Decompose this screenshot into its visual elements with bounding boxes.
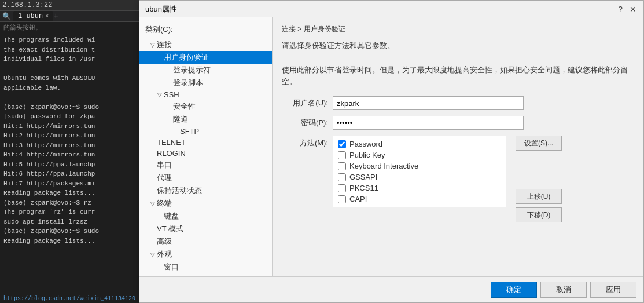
dialog-footer: 确定 取消 应用 <box>139 276 643 302</box>
terminal-line: Hit:4 http://mirrors.tun <box>3 150 138 160</box>
ok-button[interactable]: 确定 <box>491 282 537 298</box>
tree-label-appearance: 外观 <box>157 249 172 260</box>
method-checkbox-password[interactable] <box>338 140 346 148</box>
tree-label-rlogin: RLOGIN <box>157 149 186 158</box>
method-checkbox-gssapi[interactable] <box>338 173 346 181</box>
terminal-line: applicable law. <box>3 83 138 93</box>
close-button[interactable]: ✕ <box>628 5 638 13</box>
tree-item-login-script[interactable]: 登录脚本 <box>139 76 272 89</box>
tree-item-user-auth[interactable]: 用户身份验证 <box>139 51 272 64</box>
password-label: 密码(P): <box>282 118 328 128</box>
desc-line-1: 请选择身份验证方法和其它参数。 <box>282 40 634 52</box>
method-label-keyboard-interactive: Keyboard Interactive <box>349 162 418 170</box>
method-item-pkcs11: PKCS11 <box>338 184 501 192</box>
terminal-tab-1[interactable]: 1 ubun × <box>13 11 53 21</box>
tree-toggle-sftp <box>172 128 180 134</box>
tree-item-appearance[interactable]: ▽ 外观 <box>139 248 272 261</box>
tree-item-terminal[interactable]: ▽ 终端 <box>139 197 272 210</box>
tree-toggle-rlogin <box>149 150 157 156</box>
dialog-title: ubun属性 <box>145 4 177 14</box>
tree-item-advanced[interactable]: 高级 <box>139 235 272 248</box>
tree-toggle-port <box>149 162 157 169</box>
tree-item-ssh[interactable]: ▽ SSH <box>139 89 272 100</box>
tree-label-login-script: 登录脚本 <box>173 78 203 88</box>
method-checkbox-capi[interactable] <box>338 195 346 203</box>
tree-item-proxy[interactable]: 代理 <box>139 171 272 184</box>
tree-toggle-login-prompt <box>165 67 173 74</box>
breadcrumb: 连接 > 用户身份验证 <box>282 24 634 34</box>
tree-label-keyboard: 键盘 <box>164 211 179 221</box>
terminal-add-tab-button[interactable]: + <box>53 12 58 21</box>
search-icon: 🔍 <box>2 12 11 21</box>
tree-label-proxy: 代理 <box>157 173 172 183</box>
terminal-line: [sudo] password for zkpa <box>3 112 138 122</box>
terminal-line: Hit:5 http://ppa.launchp <box>3 160 138 170</box>
tree-toggle-advanced <box>149 239 157 245</box>
tree-label-conn: 连接 <box>157 39 172 50</box>
tree-label-sftp: SFTP <box>180 127 199 136</box>
tree-item-window[interactable]: 窗口 <box>139 261 272 273</box>
tree-label-terminal: 终端 <box>157 198 172 209</box>
method-label-capi: CAPI <box>349 195 367 203</box>
terminal-titlebar: 2.168.1.3:22 <box>0 0 142 11</box>
terminal-line: Reading package lists... <box>3 188 138 198</box>
tree-label-ssh: SSH <box>164 90 179 99</box>
tree-toggle-keepalive <box>149 188 157 194</box>
tree-label-keepalive: 保持活动状态 <box>157 185 202 196</box>
username-label: 用户名(U): <box>282 98 328 108</box>
terminal-line: individual files in /usr <box>3 54 138 64</box>
description-text: 请选择身份验证方法和其它参数。 使用此部分以节省登录时间。但是，为了最大限度地提… <box>282 40 634 88</box>
apply-button[interactable]: 应用 <box>590 282 636 298</box>
tree-toggle-security <box>165 104 173 110</box>
method-label-password: Password <box>349 140 382 148</box>
content-panel: 连接 > 用户身份验证 请选择身份验证方法和其它参数。 使用此部分以节省登录时间… <box>273 17 643 276</box>
tree-item-rlogin[interactable]: RLOGIN <box>139 148 272 159</box>
tree-item-conn[interactable]: ▽ 连接 <box>139 38 272 51</box>
method-item-gssapi: GSSAPI <box>338 173 501 181</box>
terminal-line <box>3 93 138 103</box>
terminal-line: Ubuntu comes with ABSOLU <box>3 74 138 83</box>
tree-item-security[interactable]: 安全性 <box>139 100 272 113</box>
tree-item-port[interactable]: 串口 <box>139 159 272 171</box>
terminal-line: (base) zkpark@ovo:~$ sudo <box>3 227 138 236</box>
terminal-line: Hit:7 http://packages.mi <box>3 179 138 189</box>
tree-label-vt-mode: VT 模式 <box>157 224 183 234</box>
dialog-controls: ? ✕ <box>617 5 638 13</box>
terminal-footer-link: https://blog.csdn.net/weixin_411134120 <box>0 294 142 303</box>
category-label: 类别(C): <box>139 22 272 37</box>
settings-button[interactable]: 设置(S)... <box>516 136 562 151</box>
password-input[interactable] <box>333 116 524 130</box>
terminal-address: 2.168.1.3:22 <box>2 1 52 9</box>
tree-label-security: 安全性 <box>173 101 196 112</box>
tree-item-telnet[interactable]: TELNET <box>139 137 272 148</box>
tree-item-keepalive[interactable]: 保持活动状态 <box>139 184 272 197</box>
tree-toggle-keyboard <box>156 213 164 220</box>
method-checkbox-pkcs11[interactable] <box>338 184 346 192</box>
terminal-line: Reading package lists... <box>3 236 138 246</box>
method-label-pkcs11: PKCS11 <box>349 184 378 192</box>
method-box: Password Public Key Keyboard Interactive… <box>333 136 506 207</box>
tree-item-login-prompt[interactable]: 登录提示符 <box>139 64 272 76</box>
tree-toggle-terminal: ▽ <box>149 200 157 207</box>
tree-item-keyboard[interactable]: 键盘 <box>139 210 272 222</box>
tree-label-advanced: 高级 <box>157 236 172 247</box>
cancel-button[interactable]: 取消 <box>540 282 587 298</box>
tree-item-sftp[interactable]: SFTP <box>139 126 272 137</box>
tree-item-vt-mode[interactable]: VT 模式 <box>139 222 272 235</box>
tree-item-tunnel[interactable]: 隧道 <box>139 113 272 126</box>
desc-line-2: 使用此部分以节省登录时间。但是，为了最大限度地提高安全性，如果担心安全问题，建议… <box>282 64 634 89</box>
method-checkbox-public-key[interactable] <box>338 151 346 159</box>
tree-toggle-proxy <box>149 175 157 181</box>
move-down-button[interactable]: 下移(D) <box>516 207 562 222</box>
username-input[interactable] <box>333 96 524 110</box>
method-item-capi: CAPI <box>338 195 501 203</box>
method-checkbox-keyboard-interactive[interactable] <box>338 162 346 170</box>
tree-label-login-prompt: 登录提示符 <box>173 65 211 75</box>
tree-toggle-tunnel <box>165 116 173 123</box>
help-button[interactable]: ? <box>617 5 624 13</box>
tree-label-telnet: TELNET <box>157 138 186 147</box>
terminal-line: The program 'rz' is curr <box>3 207 138 217</box>
move-up-button[interactable]: 上移(U) <box>516 189 562 204</box>
terminal-tab-close[interactable]: × <box>45 13 49 20</box>
tree-label-window: 窗口 <box>164 262 179 272</box>
